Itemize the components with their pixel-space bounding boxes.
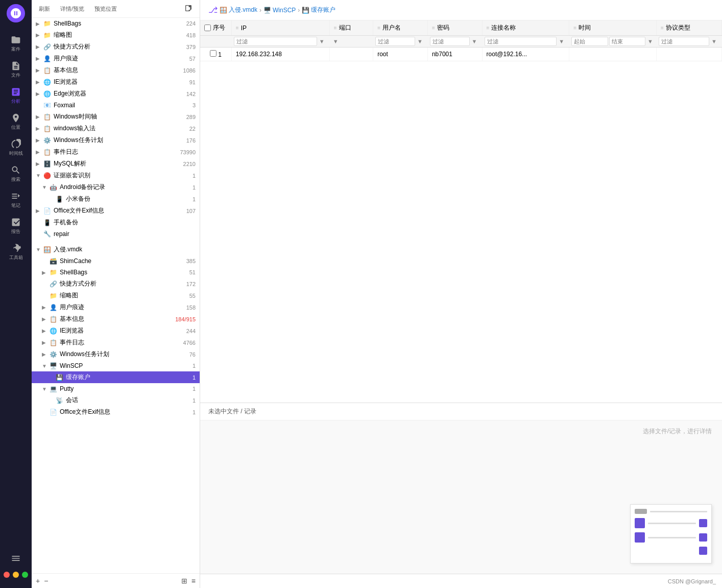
filter-connname-input[interactable] bbox=[485, 37, 557, 46]
nav-analysis[interactable]: 分析 bbox=[0, 83, 32, 109]
tree-item-shortcut-top[interactable]: ▶ 🔗 快捷方式分析 379 bbox=[32, 41, 200, 53]
hide-sidebar-button[interactable] bbox=[181, 3, 196, 14]
tree-item-shellbags-top[interactable]: ▶ 📁 ShellBags 224 bbox=[32, 18, 200, 29]
filter-port-btn[interactable]: ▼ bbox=[332, 38, 340, 44]
sidebar-grid-button[interactable]: ⊞ bbox=[181, 577, 187, 585]
th-ip[interactable]: ≡ IP bbox=[231, 20, 329, 36]
filter-time-btn[interactable]: ▼ bbox=[646, 38, 654, 44]
table-row[interactable]: 1 192.168.232.148 root nb7001 root@192.1… bbox=[200, 48, 722, 61]
window-maximize[interactable] bbox=[22, 572, 28, 578]
task-icon: ⚙️ bbox=[49, 350, 57, 359]
tree-item-wintask-vmdk[interactable]: ▶ ⚙️ Windows任务计划 76 bbox=[32, 348, 200, 360]
filter-protocol-input[interactable] bbox=[659, 37, 709, 46]
credit-text: CSDN @Grignard_ bbox=[668, 578, 716, 584]
nav-reports-label: 报告 bbox=[11, 228, 20, 235]
tree-item-xiaomi[interactable]: 📱 小米备份 1 bbox=[32, 193, 200, 205]
data-table: 序号 ≡ IP ≡ 端口 bbox=[200, 20, 722, 61]
tree-item-office-exif-vmdk[interactable]: 📄 Office文件Exif信息 1 bbox=[32, 406, 200, 418]
log-icon: 📋 bbox=[49, 339, 57, 347]
window-close[interactable] bbox=[4, 572, 10, 578]
tree-item-basicinfo-vmdk[interactable]: ▶ 📋 基本信息 184/915 bbox=[32, 313, 200, 325]
tree-item-thumbnails-vmdk[interactable]: 📁 缩略图 55 bbox=[32, 290, 200, 301]
nav-search[interactable]: 搜索 bbox=[0, 161, 32, 187]
select-all-checkbox[interactable] bbox=[204, 25, 211, 31]
sidebar-add-button[interactable]: + bbox=[36, 577, 40, 585]
sidebar-remove-button[interactable]: − bbox=[44, 577, 48, 585]
th-password[interactable]: ≡ 密码 bbox=[427, 20, 482, 36]
item-label: Foxmail bbox=[54, 102, 177, 109]
tree-item-basicinfo-top[interactable]: ▶ 📋 基本信息 1086 bbox=[32, 64, 200, 76]
tree-item-thumbnails-top[interactable]: ▶ 📁 缩略图 418 bbox=[32, 29, 200, 41]
mini-box-gray bbox=[635, 509, 647, 514]
mini-line bbox=[650, 511, 707, 512]
tree-item-session[interactable]: 📡 会话 1 bbox=[32, 394, 200, 406]
nav-notes[interactable]: 笔记 bbox=[0, 187, 32, 213]
mini-row-2 bbox=[635, 518, 707, 528]
tree-item-repair[interactable]: 🔧 repair bbox=[32, 228, 200, 240]
tree-item-shimcache[interactable]: 🗃️ ShimCache 385 bbox=[32, 255, 200, 267]
tree-item-wintask-top[interactable]: ▶ ⚙️ Windows任务计划 176 bbox=[32, 134, 200, 146]
tree-item-putty[interactable]: ▼ 💻 Putty 1 bbox=[32, 383, 200, 394]
tree-item-shellbags-vmdk[interactable]: ▶ 📁 ShellBags 51 bbox=[32, 267, 200, 278]
sidebar-list-button[interactable]: ≡ bbox=[191, 577, 196, 585]
th-protocol[interactable]: ≡ 协议类型 bbox=[656, 20, 721, 36]
th-username[interactable]: ≡ 用户名 bbox=[373, 20, 428, 36]
tree-item-phone-backup[interactable]: 📱 手机备份 bbox=[32, 217, 200, 228]
filter-time-start-input[interactable] bbox=[571, 37, 608, 46]
nav-location[interactable]: 位置 bbox=[0, 109, 32, 135]
tree-item-android-backup[interactable]: ▼ 🤖 Android备份记录 1 bbox=[32, 181, 200, 193]
filter-password-input[interactable] bbox=[430, 37, 470, 46]
shimcache-icon: 🗃️ bbox=[49, 257, 57, 265]
filter-ip-input[interactable] bbox=[234, 37, 317, 46]
tree-item-ie-vmdk[interactable]: ▶ 🌐 IE浏览器 244 bbox=[32, 325, 200, 337]
th-checkbox: 序号 bbox=[200, 20, 231, 36]
row-checkbox[interactable] bbox=[210, 50, 216, 57]
breadcrumb-vmdk[interactable]: 🪟 入侵.vmdk bbox=[220, 6, 257, 14]
item-label: 基本信息 bbox=[60, 315, 172, 323]
th-conn-name[interactable]: ≡ 连接名称 bbox=[482, 20, 569, 36]
nav-files[interactable]: 文件 bbox=[0, 57, 32, 83]
filter-username-btn[interactable]: ▼ bbox=[416, 38, 424, 44]
app-logo[interactable] bbox=[7, 4, 25, 22]
item-count: 1 bbox=[180, 374, 196, 381]
breadcrumb-winscp[interactable]: 🖥️ WinSCP bbox=[263, 7, 296, 14]
filter-protocol-btn[interactable]: ▼ bbox=[710, 38, 718, 44]
tree-item-usertrail-top[interactable]: ▶ 👤 用户痕迹 57 bbox=[32, 53, 200, 64]
tree-item-winscp[interactable]: ▼ 🖥️ WinSCP 1 bbox=[32, 360, 200, 371]
nav-cases[interactable]: 案件 bbox=[0, 31, 32, 57]
tree-item-mysql-top[interactable]: ▶ 🗄️ MySQL解析 2210 bbox=[32, 158, 200, 170]
preview-pos-button[interactable]: 预览位置 bbox=[91, 4, 120, 14]
tree-item-usertrail-vmdk[interactable]: ▶ 👤 用户痕迹 158 bbox=[32, 301, 200, 313]
th-time[interactable]: ≡ 时间 bbox=[569, 20, 657, 36]
th-port[interactable]: ≡ 端口 bbox=[329, 20, 373, 36]
th-seq-label: 序号 bbox=[213, 23, 225, 32]
nav-timeline[interactable]: 时间线 bbox=[0, 135, 32, 161]
tree-item-ruqin-vmdk[interactable]: ▼ 🪟 入侵.vmdk bbox=[32, 244, 200, 255]
tree-item-wininput[interactable]: ▶ 📋 windows输入法 22 bbox=[32, 123, 200, 134]
tree-item-saved-accounts[interactable]: 💾 缓存账户 1 bbox=[32, 371, 200, 383]
expand-arrow: ▶ bbox=[36, 21, 42, 27]
window-minimize[interactable] bbox=[13, 572, 19, 578]
tree-item-ie-top[interactable]: ▶ 🌐 IE浏览器 91 bbox=[32, 76, 200, 88]
details-button[interactable]: 详情/预览 bbox=[57, 4, 87, 14]
refresh-button[interactable]: 刷新 bbox=[36, 4, 53, 14]
nav-menu[interactable] bbox=[0, 549, 32, 568]
filter-connname-btn[interactable]: ▼ bbox=[558, 38, 565, 44]
filter-password-btn[interactable]: ▼ bbox=[471, 38, 478, 44]
filter-time-end-input[interactable] bbox=[609, 37, 645, 46]
filter-username-input[interactable] bbox=[375, 37, 415, 46]
tree-item-eventlog-top[interactable]: ▶ 📋 事件日志 73990 bbox=[32, 146, 200, 158]
tree-item-wintimeline[interactable]: ▶ 📋 Windows时间轴 289 bbox=[32, 111, 200, 123]
tree-item-foxmail-top[interactable]: 📧 Foxmail 3 bbox=[32, 100, 200, 111]
bottom-bar: CSDN @Grignard_ bbox=[200, 574, 722, 588]
tree-item-office-exif-top[interactable]: ▶ 📄 Office文件Exif信息 107 bbox=[32, 205, 200, 217]
repair-icon: 🔧 bbox=[43, 230, 51, 238]
nav-tools[interactable]: 工具箱 bbox=[0, 239, 32, 265]
breadcrumb-sep: › bbox=[259, 7, 261, 14]
nav-reports[interactable]: 报告 bbox=[0, 213, 32, 239]
tree-item-shortcut-vmdk[interactable]: 🔗 快捷方式分析 172 bbox=[32, 278, 200, 290]
tree-item-edge-top[interactable]: ▶ 🌐 Edge浏览器 142 bbox=[32, 88, 200, 100]
filter-ip-btn[interactable]: ▼ bbox=[318, 38, 326, 44]
tree-item-cert-top[interactable]: ▼ 🔴 证据嵌套识别 1 bbox=[32, 170, 200, 181]
tree-item-eventlog-vmdk[interactable]: ▶ 📋 事件日志 4766 bbox=[32, 337, 200, 348]
